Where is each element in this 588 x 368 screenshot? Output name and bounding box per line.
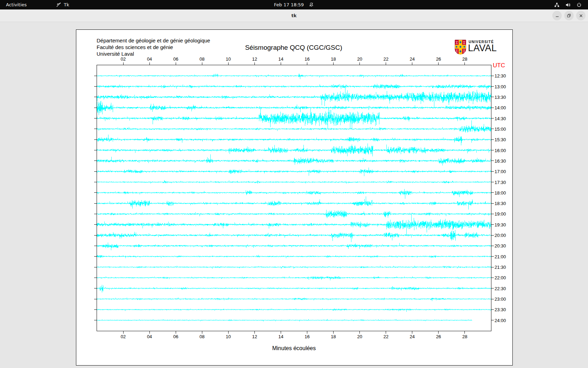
top-axis-tick — [359, 62, 360, 65]
top-axis-label: 08 — [200, 56, 204, 62]
power-icon — [576, 2, 582, 7]
top-axis-label: 02 — [121, 56, 126, 62]
utc-time-label: 23:30 — [495, 307, 506, 312]
bottom-axis-tick — [202, 331, 202, 334]
right-trace-tick — [491, 182, 494, 182]
window-titlebar[interactable]: tk — [0, 9, 588, 22]
left-trace-tick — [94, 139, 97, 140]
top-axis-tick — [202, 62, 202, 65]
utc-time-label: 16:00 — [495, 148, 506, 153]
bottom-axis-label: 08 — [200, 334, 204, 339]
right-trace-tick — [491, 139, 494, 140]
left-trace-tick — [94, 224, 97, 225]
clock-menu[interactable]: Feb 17 18:59 — [0, 0, 588, 9]
left-trace-tick — [94, 256, 97, 257]
left-trace-tick — [94, 182, 97, 182]
desktop: Activities Tk Feb 17 18:5 — [0, 0, 588, 368]
top-bar: Activities Tk Feb 17 18:5 — [0, 0, 588, 9]
bottom-axis-tick — [464, 331, 465, 334]
left-trace-tick — [94, 320, 97, 320]
top-axis-label: 04 — [147, 56, 152, 62]
bottom-axis-label: 22 — [383, 334, 388, 339]
right-trace-tick — [491, 288, 494, 288]
system-status-area[interactable] — [551, 0, 584, 9]
top-axis-label: 20 — [357, 56, 362, 62]
bottom-axis-tick — [412, 331, 412, 334]
bottom-axis-tick — [123, 331, 124, 334]
bottom-axis-label: 28 — [462, 334, 467, 339]
right-trace-tick — [491, 97, 494, 97]
app-indicator-tk[interactable]: Tk — [52, 0, 72, 9]
top-axis-tick — [464, 62, 465, 65]
bottom-axis-label: 20 — [357, 334, 362, 339]
bottom-axis-tick — [333, 331, 334, 334]
minimize-button[interactable] — [552, 11, 562, 20]
bottom-axis-label: 16 — [304, 334, 309, 339]
left-trace-tick — [94, 108, 97, 108]
bottom-axis-label: 04 — [147, 334, 152, 339]
utc-time-label: 19:30 — [495, 222, 506, 227]
right-trace-tick — [491, 129, 494, 129]
left-trace-tick — [94, 161, 97, 161]
right-trace-tick — [491, 150, 494, 150]
top-axis-label: 06 — [173, 56, 178, 62]
left-trace-tick — [94, 235, 97, 236]
left-trace-tick — [94, 299, 97, 299]
utc-time-label: 17:30 — [495, 179, 506, 185]
top-axis-tick — [386, 62, 386, 65]
utc-time-label: 20:30 — [495, 243, 506, 248]
right-trace-tick — [491, 256, 494, 257]
activities-button[interactable]: Activities — [0, 0, 31, 9]
app-indicator-label: Tk — [64, 2, 69, 7]
plot-title: Séismographe QCQ (CGC/GSC) — [97, 44, 491, 52]
right-trace-tick — [491, 267, 494, 267]
left-trace-tick — [94, 214, 97, 214]
bottom-axis-tick — [176, 331, 176, 334]
left-trace-tick — [94, 246, 97, 246]
left-trace-tick — [94, 203, 97, 204]
tk-feather-icon — [56, 2, 61, 7]
left-trace-tick — [94, 150, 97, 150]
top-axis-label: 28 — [462, 56, 467, 62]
x-axis-title: Minutes écoulées — [97, 345, 491, 352]
header-line-1: Département de géologie et de génie géol… — [97, 37, 210, 44]
right-trace-tick — [491, 76, 494, 76]
left-trace-tick — [94, 192, 97, 193]
utc-time-label: 14:30 — [495, 116, 506, 121]
top-axis-tick — [176, 62, 176, 65]
bottom-axis-label: 26 — [436, 334, 441, 339]
right-trace-tick — [491, 246, 494, 246]
left-trace-tick — [94, 267, 97, 267]
right-trace-tick — [491, 224, 494, 225]
bottom-axis-label: 10 — [226, 334, 231, 339]
bottom-axis-label: 24 — [410, 334, 415, 339]
maximize-button[interactable] — [564, 11, 574, 20]
utc-time-label: 21:00 — [495, 254, 506, 259]
right-trace-tick — [491, 108, 494, 108]
utc-time-label: 13:00 — [495, 84, 506, 89]
right-trace-tick — [491, 192, 494, 193]
volume-icon — [565, 2, 571, 8]
top-axis-label: 22 — [383, 56, 388, 62]
universite-laval-logo: UNIVERSITÉ LAVAL — [455, 39, 500, 55]
utc-time-label: 13:30 — [495, 94, 506, 100]
left-trace-tick — [94, 171, 97, 172]
top-axis-tick — [333, 62, 334, 65]
close-button[interactable] — [576, 11, 586, 20]
right-trace-tick — [491, 214, 494, 214]
network-wired-icon — [554, 2, 560, 8]
right-trace-tick — [491, 171, 494, 172]
bottom-axis-tick — [307, 331, 307, 334]
utc-time-label: 20:00 — [495, 233, 506, 238]
right-trace-tick — [491, 86, 494, 87]
top-axis-label: 26 — [436, 56, 441, 62]
bottom-axis-tick — [359, 331, 360, 334]
top-axis-tick — [228, 62, 229, 65]
utc-time-label: 24:00 — [495, 318, 506, 323]
seismograph-panel: Département de géologie et de génie géol… — [76, 29, 513, 366]
bottom-axis-tick — [386, 331, 386, 334]
left-trace-tick — [94, 129, 97, 129]
utc-time-label: 21:30 — [495, 265, 506, 270]
top-axis-label: 12 — [252, 56, 257, 62]
utc-time-label: 22:00 — [495, 275, 506, 280]
